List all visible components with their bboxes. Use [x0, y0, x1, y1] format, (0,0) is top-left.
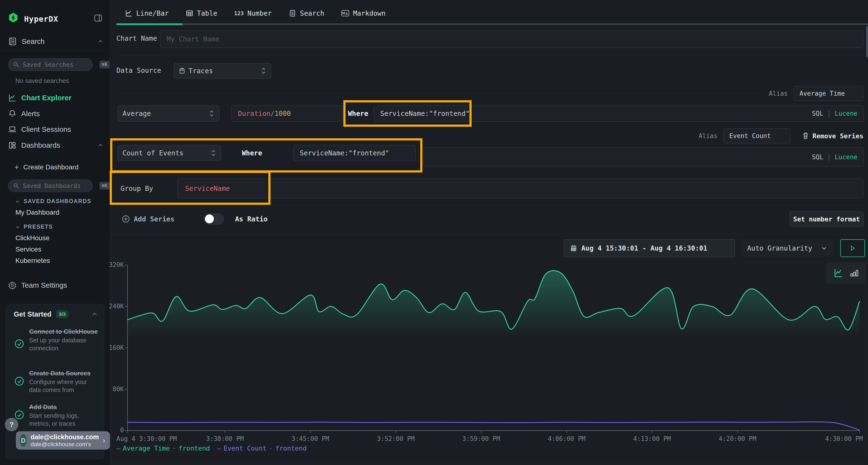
as-ratio-toggle[interactable]: [204, 213, 224, 225]
x-axis-tick-label: 3:52:00 PM: [377, 435, 415, 442]
x-axis-tick-label: 4:06:00 PM: [548, 435, 586, 442]
group-by-label: Group By: [121, 178, 153, 198]
chevron-right-icon: ›: [103, 436, 105, 444]
sidebar-item-search[interactable]: Search: [0, 34, 110, 49]
chart-name-label: Chart Name: [117, 34, 157, 42]
play-icon: [849, 245, 856, 251]
hyperdx-logo-icon: [8, 12, 19, 25]
markdown-icon: [341, 10, 349, 17]
no-saved-searches-text: No saved searches: [16, 77, 69, 85]
plus-circle-icon: [122, 215, 130, 223]
x-axis-tick-label: 3:45:00 PM: [291, 435, 329, 442]
tab-number[interactable]: 123 Number: [226, 0, 280, 27]
x-axis-tick-label: 3:59:00 PM: [462, 435, 500, 442]
user-menu[interactable]: D dale@clickhouse.com dale@clickhouse.co…: [16, 431, 110, 450]
time-range-picker[interactable]: Aug 4 15:30:01 - Aug 4 16:30:01: [564, 239, 735, 257]
group-by-input[interactable]: ServiceName: [177, 178, 863, 198]
chevron-up-icon[interactable]: [91, 311, 98, 317]
database-icon: [179, 67, 185, 74]
alias-label: Alias: [769, 90, 788, 97]
sidebar-item-preset-kubernetes[interactable]: Kubernetes: [16, 257, 50, 265]
granularity-select[interactable]: Auto Granularity: [741, 239, 834, 257]
x-axis-tick-label: 4:13:00 PM: [633, 435, 671, 442]
series2-aggregation-select[interactable]: Count of Events: [117, 145, 221, 161]
series1-where-input[interactable]: ServiceName:"frontend" SQL | Lucene: [374, 105, 864, 122]
sidebar-item-alerts[interactable]: Alerts: [0, 106, 110, 122]
sidebar-item-preset-clickhouse[interactable]: ClickHouse: [16, 234, 50, 242]
saved-dashboards-placeholder[interactable]: [23, 182, 99, 189]
chevron-down-icon: [15, 224, 20, 230]
help-button[interactable]: ?: [5, 418, 18, 431]
series1-field-input[interactable]: Duration/1000: [231, 105, 342, 122]
series2-lucene-toggle[interactable]: Lucene: [835, 154, 858, 161]
hyperdx-app: HyperDX Search ⌘K No saved searches: [0, 0, 868, 465]
y-axis-tick-label: 320K: [102, 261, 124, 268]
shortcut-badge: ⌘K: [99, 182, 110, 190]
divider: [117, 205, 864, 206]
run-query-button[interactable]: [840, 239, 865, 257]
series2-where-input[interactable]: ServiceName:"frontend": [293, 145, 416, 161]
data-source-label: Data Source: [117, 66, 161, 74]
series1-lucene-toggle[interactable]: Lucene: [835, 110, 858, 117]
create-dashboard-button[interactable]: + Create Dashboard: [14, 161, 79, 174]
avatar: D: [20, 434, 27, 447]
sidebar: HyperDX Search ⌘K No saved searches: [0, 0, 110, 465]
section-presets[interactable]: PRESETS: [15, 224, 53, 230]
tab-table[interactable]: Table: [177, 0, 226, 27]
number-123-icon: 123: [234, 10, 244, 16]
legend-item-event-count[interactable]: — Event Count · frontend: [217, 444, 307, 452]
laptop-icon: [8, 125, 17, 134]
remove-series-button[interactable]: Remove Series: [802, 132, 863, 140]
series2-alias-input[interactable]: Event Count: [723, 128, 790, 143]
series1-sql-toggle[interactable]: SQL: [812, 110, 823, 117]
sidebar-item-my-dashboard[interactable]: My Dashboard: [16, 209, 59, 217]
series1-alias-input[interactable]: Average Time: [794, 86, 863, 101]
series1-aggregation-select[interactable]: Average: [117, 105, 219, 122]
series2-sql-toggle[interactable]: SQL: [812, 154, 823, 161]
sidebar-item-team-settings[interactable]: Team Settings: [0, 277, 110, 293]
sidebar-item-dashboards[interactable]: Dashboards: [0, 138, 110, 153]
legend-item-average-time[interactable]: — Average Time · frontend: [117, 444, 210, 452]
tab-search[interactable]: Search: [280, 0, 333, 27]
alias-label: Alias: [699, 132, 717, 139]
chevron-up-icon: [98, 142, 103, 148]
series1-alias-row: Alias Average Time: [117, 86, 863, 101]
x-axis-tick-label: Aug 4 3:30:00 PM: [117, 435, 177, 442]
sidebar-collapse-icon[interactable]: [94, 13, 103, 24]
series2-alias-row: Alias Event Count Remove Series: [117, 128, 863, 143]
sidebar-item-chart-explorer[interactable]: Chart Explorer: [0, 90, 110, 105]
chart-explorer-icon: [8, 94, 17, 102]
tab-line-bar[interactable]: Line/Bar: [117, 0, 177, 27]
saved-searches-placeholder[interactable]: [23, 61, 99, 68]
shortcut-badge: ⌘K: [99, 61, 110, 68]
y-axis-tick-label: 80K: [102, 386, 124, 393]
get-started-item-add-data[interactable]: Add Data Start sending logs, metrics, or…: [14, 403, 99, 428]
saved-dashboards-input[interactable]: ⌘K: [8, 179, 93, 192]
document-list-icon: [289, 9, 296, 17]
scrollbar-thumb[interactable]: [866, 26, 868, 57]
y-axis-tick-label: 160K: [102, 344, 124, 351]
get-started-item-connect[interactable]: Connect to ClickHouse Set up your databa…: [14, 327, 99, 352]
timeseries-chart[interactable]: [127, 265, 860, 431]
calendar-icon: [570, 244, 577, 252]
tab-markdown[interactable]: Markdown: [333, 0, 394, 27]
get-started-item-data-sources[interactable]: Create Data Sources Configure where your…: [14, 369, 99, 394]
saved-searches-input[interactable]: ⌘K: [8, 58, 93, 71]
table-icon: [186, 9, 193, 17]
chart-name-input[interactable]: [160, 30, 863, 48]
divider: [0, 153, 110, 154]
sidebar-item-preset-services[interactable]: Services: [16, 245, 41, 253]
check-circle-icon: [14, 339, 24, 352]
set-number-format-button[interactable]: Set number format: [789, 211, 863, 227]
get-started-progress-badge: 3/3: [56, 310, 68, 318]
sidebar-item-client-sessions[interactable]: Client Sessions: [0, 122, 110, 137]
search-section-icon: [8, 37, 17, 46]
check-circle-icon: [14, 376, 24, 394]
section-saved-dashboards[interactable]: SAVED DASHBOARDS: [15, 198, 91, 204]
series2-query-container[interactable]: SQL | Lucene: [424, 147, 864, 167]
search-section-label: Search: [22, 37, 44, 45]
add-series-button[interactable]: Add Series: [122, 213, 175, 225]
data-source-select[interactable]: Traces: [174, 63, 271, 78]
x-axis-tick-label: 4:20:00 PM: [719, 435, 756, 442]
as-ratio-label: As Ratio: [235, 213, 268, 225]
